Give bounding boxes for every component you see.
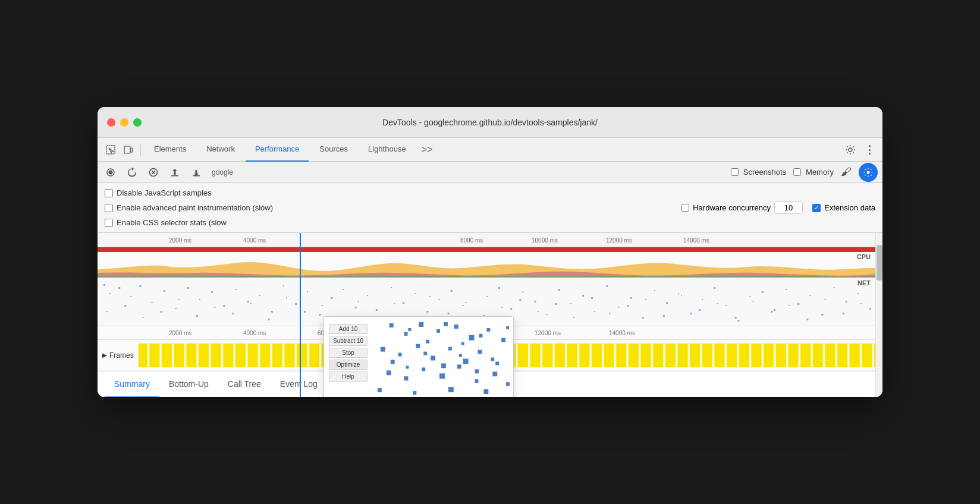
- devtools-body: Elements Network Performance Sources Lig…: [98, 138, 882, 397]
- disable-js-samples-label: Disable JavaScript samples: [117, 188, 212, 197]
- recording-toolbar: google Screenshots Memory 🖌: [98, 162, 882, 183]
- reload-button[interactable]: [124, 164, 140, 181]
- svg-rect-72: [725, 305, 727, 306]
- screenshots-label: Screenshots: [743, 168, 786, 177]
- svg-point-5: [109, 170, 113, 174]
- svg-rect-108: [519, 299, 521, 301]
- svg-rect-123: [789, 305, 790, 306]
- svg-rect-100: [376, 309, 378, 311]
- cpu-label: CPU: [857, 253, 871, 260]
- svg-rect-103: [429, 296, 431, 297]
- screenshots-checkbox[interactable]: [731, 168, 739, 176]
- gear-settings-button[interactable]: [859, 163, 878, 182]
- svg-rect-194: [391, 360, 395, 364]
- options-bar: Disable JavaScript samples Enable advanc…: [98, 183, 882, 233]
- tab-elements[interactable]: Elements: [145, 138, 196, 162]
- svg-rect-167: [483, 389, 488, 394]
- svg-rect-140: [419, 322, 423, 327]
- svg-rect-201: [506, 326, 509, 329]
- tab-network[interactable]: Network: [197, 138, 244, 162]
- hardware-concurrency-checkbox[interactable]: [681, 204, 689, 212]
- svg-rect-196: [423, 352, 427, 355]
- stop-button[interactable]: Stop: [329, 348, 368, 358]
- tab-event-log[interactable]: Event Log: [271, 371, 327, 398]
- svg-point-11: [867, 171, 870, 174]
- more-tabs-button[interactable]: >>: [417, 144, 438, 155]
- record-button[interactable]: [102, 164, 119, 181]
- optimize-button[interactable]: Optimize: [329, 360, 368, 370]
- enable-css-selector-checkbox[interactable]: [105, 219, 113, 227]
- svg-rect-58: [558, 289, 560, 291]
- time-ruler-top: 2000 ms 4000 ms 8000 ms 10000 ms 12000 m…: [98, 233, 875, 247]
- upload-icon[interactable]: [167, 164, 183, 181]
- tab-summary[interactable]: Summary: [105, 371, 159, 398]
- titlebar: DevTools - googlechrome.github.io/devtoo…: [98, 107, 882, 138]
- cancel-button[interactable]: [145, 164, 162, 181]
- tab-performance[interactable]: Performance: [246, 138, 309, 162]
- svg-rect-88: [161, 311, 162, 313]
- download-icon[interactable]: [188, 164, 205, 181]
- svg-rect-149: [431, 356, 435, 361]
- help-button[interactable]: Help: [329, 371, 368, 382]
- frames-chevron[interactable]: ▶: [102, 352, 107, 358]
- disable-js-samples-checkbox[interactable]: [105, 189, 113, 197]
- tab-call-tree[interactable]: Call Tree: [218, 371, 271, 398]
- svg-rect-10: [193, 175, 200, 177]
- device-icon[interactable]: [120, 141, 137, 158]
- timeline-scrollbar[interactable]: [875, 233, 882, 397]
- svg-rect-40: [343, 289, 344, 290]
- svg-text:4000 ms: 4000 ms: [243, 237, 266, 244]
- tab-bottom-up[interactable]: Bottom-Up: [159, 371, 218, 398]
- svg-rect-163: [413, 391, 416, 395]
- left-checkboxes: Disable JavaScript samples Enable advanc…: [105, 187, 273, 229]
- svg-rect-68: [678, 293, 679, 294]
- svg-rect-202: [506, 382, 510, 386]
- svg-rect-44: [391, 287, 392, 288]
- subtract-10-button[interactable]: Subtract 10: [329, 336, 368, 346]
- svg-rect-38: [319, 314, 321, 316]
- svg-rect-117: [681, 295, 682, 296]
- close-button[interactable]: [107, 118, 115, 127]
- hardware-concurrency-input[interactable]: [774, 201, 803, 214]
- cursor-icon[interactable]: [102, 141, 119, 158]
- svg-rect-141: [436, 329, 440, 333]
- svg-rect-60: [582, 295, 584, 297]
- extension-data-checkbox[interactable]: ✓: [812, 204, 821, 212]
- memory-option: Memory: [793, 168, 834, 177]
- svg-rect-138: [390, 323, 394, 327]
- maximize-button[interactable]: [133, 118, 142, 127]
- svg-rect-199: [475, 369, 479, 373]
- memory-label: Memory: [806, 168, 834, 177]
- svg-rect-9: [171, 175, 178, 177]
- memory-checkbox[interactable]: [793, 168, 801, 176]
- add-10-button[interactable]: Add 10: [329, 324, 368, 334]
- scrollbar-thumb[interactable]: [877, 245, 882, 281]
- svg-rect-111: [573, 317, 574, 318]
- svg-rect-124: [806, 319, 808, 320]
- more-options-icon[interactable]: ⋮: [861, 141, 878, 158]
- svg-rect-55: [522, 291, 523, 292]
- tab-sources[interactable]: Sources: [310, 138, 357, 162]
- svg-rect-92: [232, 313, 234, 314]
- popup-buttons: Add 10 Subtract 10 Stop Optimize Help: [329, 324, 368, 382]
- svg-rect-22: [130, 296, 131, 297]
- svg-rect-197: [441, 363, 446, 368]
- tab-lighthouse[interactable]: Lighthouse: [359, 138, 416, 162]
- svg-rect-114: [627, 305, 629, 307]
- svg-rect-150: [448, 347, 452, 351]
- svg-rect-53: [498, 287, 500, 289]
- svg-rect-70: [702, 299, 703, 300]
- enable-advanced-paint-checkbox[interactable]: [105, 204, 113, 212]
- svg-rect-119: [717, 303, 718, 304]
- brush-icon[interactable]: 🖌: [841, 166, 852, 178]
- svg-rect-191: [444, 322, 448, 326]
- main-toolbar: Elements Network Performance Sources Lig…: [98, 138, 882, 162]
- svg-rect-77: [786, 289, 787, 290]
- svg-rect-195: [406, 366, 409, 368]
- svg-rect-112: [591, 297, 593, 299]
- enable-css-selector-row: Enable CSS selector stats (slow: [105, 218, 273, 227]
- minimize-button[interactable]: [120, 118, 128, 127]
- svg-rect-121: [753, 301, 754, 302]
- svg-rect-198: [459, 354, 462, 357]
- settings-icon[interactable]: [842, 141, 859, 158]
